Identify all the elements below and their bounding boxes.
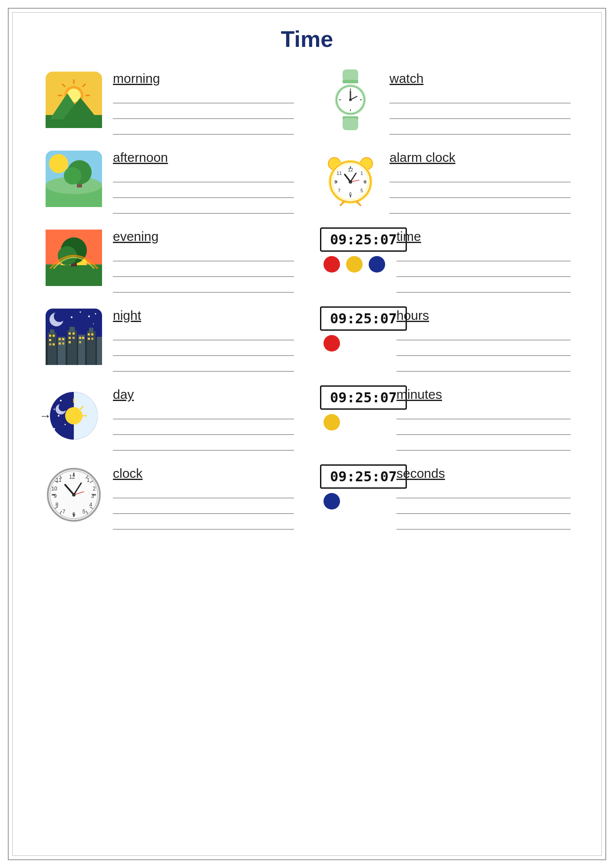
morning-text-lines: morning bbox=[113, 69, 294, 136]
dot-red bbox=[324, 256, 340, 273]
svg-rect-61 bbox=[69, 337, 71, 339]
evening-label: evening bbox=[113, 229, 294, 244]
writing-line bbox=[390, 89, 571, 103]
svg-rect-113 bbox=[343, 69, 358, 82]
dot-red bbox=[324, 335, 340, 352]
svg-point-79 bbox=[65, 424, 66, 425]
writing-line bbox=[396, 358, 571, 372]
writing-line bbox=[113, 342, 294, 356]
writing-line bbox=[113, 421, 294, 435]
svg-rect-67 bbox=[88, 333, 90, 335]
writing-line bbox=[396, 484, 571, 498]
page-title: Time bbox=[26, 26, 588, 52]
night-icon bbox=[43, 306, 104, 367]
svg-point-80 bbox=[53, 428, 55, 430]
writing-line bbox=[113, 263, 294, 277]
svg-point-72 bbox=[65, 407, 83, 424]
time-display-box: 09:25:07 bbox=[320, 227, 407, 252]
svg-point-82 bbox=[59, 403, 67, 411]
night-label: night bbox=[113, 308, 294, 323]
minutes-dots bbox=[324, 414, 340, 431]
list-item: 09:25:07 minutes bbox=[320, 385, 571, 452]
svg-text:5: 5 bbox=[83, 509, 86, 515]
writing-line bbox=[113, 484, 294, 498]
svg-rect-69 bbox=[88, 338, 90, 340]
writing-line bbox=[113, 168, 294, 182]
svg-point-147 bbox=[349, 180, 352, 184]
svg-rect-54 bbox=[53, 343, 55, 345]
list-item: night bbox=[43, 306, 294, 373]
clock-text-lines: clock bbox=[113, 464, 294, 531]
svg-rect-49 bbox=[97, 337, 102, 365]
svg-text:12: 12 bbox=[348, 167, 353, 172]
watch-label: watch bbox=[390, 71, 571, 86]
writing-line bbox=[113, 247, 294, 261]
svg-text:6: 6 bbox=[73, 511, 76, 517]
list-item: → bbox=[43, 385, 294, 452]
alarm-clock-icon: 12 1 3 5 6 7 9 11 bbox=[320, 148, 381, 209]
writing-line bbox=[396, 263, 571, 277]
svg-rect-68 bbox=[91, 333, 93, 335]
clock-label: clock bbox=[113, 466, 294, 481]
alarm-clock-label: alarm clock bbox=[390, 150, 571, 165]
left-column: morning bbox=[43, 69, 294, 543]
svg-rect-59 bbox=[69, 332, 71, 335]
hours-text-lines: hours bbox=[396, 306, 571, 373]
watch-icon bbox=[320, 69, 381, 130]
seconds-dots bbox=[324, 493, 340, 510]
svg-text:9: 9 bbox=[334, 179, 337, 184]
svg-point-77 bbox=[54, 409, 55, 410]
content-grid: morning bbox=[26, 69, 588, 543]
writing-line bbox=[113, 89, 294, 103]
list-item: 12 1 2 3 4 5 6 7 8 9 10 11 bbox=[43, 464, 294, 531]
list-item: 09:25:07 hours bbox=[320, 306, 571, 373]
writing-line bbox=[396, 500, 571, 514]
morning-icon bbox=[43, 69, 104, 130]
day-icon: → bbox=[43, 385, 104, 446]
svg-point-76 bbox=[60, 400, 62, 401]
svg-text:11: 11 bbox=[56, 477, 62, 483]
svg-rect-45 bbox=[69, 327, 75, 332]
svg-rect-43 bbox=[58, 337, 66, 365]
svg-text:3: 3 bbox=[91, 493, 94, 499]
svg-point-122 bbox=[349, 99, 352, 101]
svg-point-35 bbox=[95, 313, 96, 315]
svg-text:11: 11 bbox=[337, 171, 342, 176]
writing-line bbox=[113, 500, 294, 514]
time-dots bbox=[324, 256, 385, 273]
svg-rect-50 bbox=[49, 335, 51, 337]
svg-rect-47 bbox=[87, 331, 96, 365]
writing-line bbox=[396, 342, 571, 356]
watch-text-lines: watch bbox=[390, 69, 571, 136]
svg-rect-60 bbox=[73, 332, 75, 335]
writing-line bbox=[390, 200, 571, 214]
seconds-label: seconds bbox=[396, 466, 571, 481]
svg-rect-57 bbox=[59, 342, 61, 345]
svg-line-148 bbox=[340, 202, 344, 205]
list-item: 09:25:07 time bbox=[320, 227, 571, 294]
svg-point-32 bbox=[71, 316, 73, 318]
svg-rect-65 bbox=[82, 337, 84, 339]
clock-icon: 12 1 2 3 4 5 6 7 8 9 10 11 bbox=[43, 464, 104, 525]
writing-line bbox=[396, 279, 571, 293]
svg-rect-62 bbox=[73, 337, 75, 339]
svg-rect-116 bbox=[343, 118, 358, 130]
writing-line bbox=[390, 184, 571, 198]
svg-text:4: 4 bbox=[89, 502, 92, 508]
list-item: 09:25:07 seconds bbox=[320, 464, 571, 531]
svg-line-149 bbox=[357, 202, 360, 205]
hours-dots bbox=[324, 335, 340, 352]
alarm-clock-text-lines: alarm clock bbox=[390, 148, 571, 215]
hours-label: hours bbox=[396, 308, 571, 323]
writing-line bbox=[113, 200, 294, 214]
writing-line bbox=[396, 326, 571, 340]
dot-blue bbox=[324, 493, 340, 510]
writing-line bbox=[390, 105, 571, 119]
writing-line bbox=[113, 358, 294, 372]
svg-rect-51 bbox=[53, 335, 55, 337]
writing-line bbox=[390, 121, 571, 135]
svg-point-20 bbox=[64, 167, 81, 184]
svg-rect-52 bbox=[49, 339, 51, 341]
svg-text:12: 12 bbox=[69, 474, 75, 480]
svg-text:2: 2 bbox=[93, 486, 96, 492]
